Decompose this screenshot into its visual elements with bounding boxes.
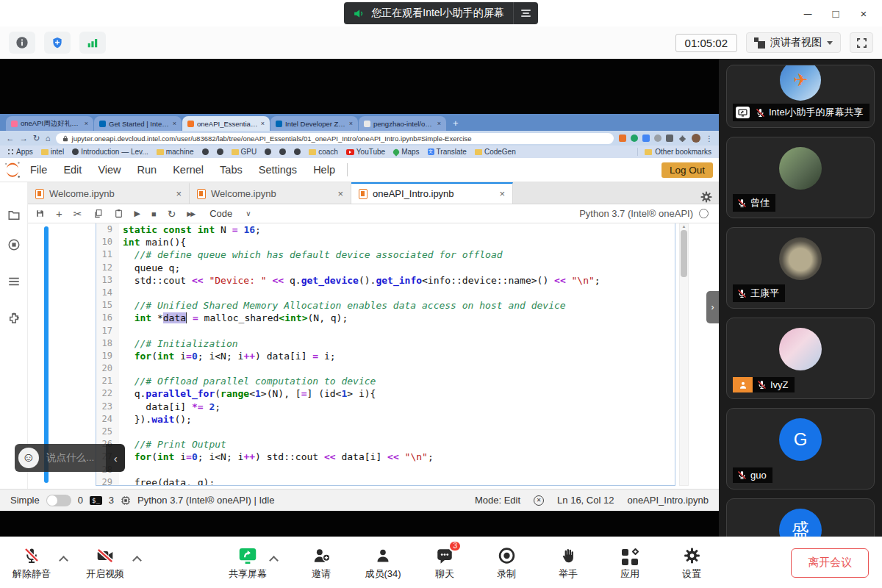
unmute-button[interactable]: 解除静音 xyxy=(12,545,51,581)
maximize-button[interactable]: □ xyxy=(822,2,850,24)
bookmark-item[interactable] xyxy=(294,148,301,155)
participant-tile[interactable]: 盛 xyxy=(726,498,875,537)
extension-icon[interactable] xyxy=(642,135,650,142)
reload-icon[interactable]: ↻ xyxy=(33,133,40,143)
kernel-status-text[interactable]: Python 3.7 (Intel® oneAPI) | Idle xyxy=(137,495,274,506)
share-options-chevron[interactable] xyxy=(269,554,278,563)
view-mode-dropdown[interactable]: 演讲者视图 xyxy=(746,32,841,53)
browser-tab[interactable]: Get Started | Intel® DevCloud× xyxy=(94,116,182,131)
bookmark-item[interactable] xyxy=(202,148,209,155)
start-video-button[interactable]: 开启视频 xyxy=(85,545,125,581)
cut-icon[interactable]: ✂ xyxy=(74,208,82,220)
emoji-icon[interactable]: ☺ xyxy=(18,448,39,468)
tab-close-icon[interactable]: × xyxy=(437,120,441,127)
files-icon[interactable] xyxy=(7,209,21,222)
cursor-position[interactable]: Ln 16, Col 12 xyxy=(557,495,614,506)
participant-tile[interactable]: 曾佳 xyxy=(726,137,875,218)
tab-close-icon[interactable]: × xyxy=(176,188,182,199)
menu-edit[interactable]: Edit xyxy=(55,164,90,176)
commands-icon[interactable] xyxy=(7,275,21,288)
browser-tab[interactable]: pengzhao-intel/oneAPI_course× xyxy=(359,116,446,131)
bookmark-item[interactable]: Apps xyxy=(7,148,33,156)
extension-icon[interactable] xyxy=(654,135,662,142)
menu-tabs[interactable]: Tabs xyxy=(212,164,251,176)
tab-close-icon[interactable]: × xyxy=(85,120,88,127)
banner-menu-button[interactable] xyxy=(513,2,538,24)
chat-input[interactable]: ☺ 说点什么... xyxy=(15,444,106,472)
home-icon[interactable]: ⌂ xyxy=(46,134,51,143)
tab-close-icon[interactable]: × xyxy=(261,120,265,127)
bookmark-item[interactable]: Introduction — Lev... xyxy=(72,148,148,156)
logout-button[interactable]: Log Out xyxy=(662,162,713,178)
bookmark-item[interactable] xyxy=(265,148,271,155)
menu-help[interactable]: Help xyxy=(305,164,343,176)
restart-run-all-icon[interactable]: ▶▶ xyxy=(187,210,194,218)
restart-icon[interactable]: ↻ xyxy=(168,208,176,220)
bookmark-item[interactable]: machine xyxy=(157,148,194,156)
tab-close-icon[interactable]: × xyxy=(349,120,353,127)
property-inspector-gear-icon[interactable] xyxy=(700,190,713,204)
simple-mode-toggle[interactable] xyxy=(46,495,71,506)
bookmark-item[interactable]: coach xyxy=(309,148,338,156)
tab-close-icon[interactable]: × xyxy=(337,188,343,199)
share-screen-button[interactable]: 共享屏幕 xyxy=(228,545,268,581)
bookmark-item[interactable] xyxy=(217,148,223,155)
extension-icon[interactable] xyxy=(666,135,673,142)
scrollbar-thumb[interactable] xyxy=(681,230,687,277)
bookmark-item[interactable]: intel xyxy=(41,148,64,156)
browser-menu-icon[interactable]: ⋮ xyxy=(706,135,713,143)
back-icon[interactable]: ← xyxy=(6,134,15,143)
browser-avatar[interactable] xyxy=(692,134,700,143)
menu-kernel[interactable]: Kernel xyxy=(165,164,212,176)
tab-close-icon[interactable]: × xyxy=(499,188,505,199)
tab-close-icon[interactable]: × xyxy=(173,120,176,127)
raise-hand-button[interactable]: 举手 xyxy=(548,545,588,581)
bookmark-item[interactable] xyxy=(279,148,286,155)
url-field[interactable]: jupyter.oneapi.devcloud.intel.com/user/u… xyxy=(56,133,614,144)
settings-button[interactable]: 设置 xyxy=(672,545,711,581)
copy-icon[interactable] xyxy=(93,209,103,218)
bookmark-item[interactable]: CodeGen xyxy=(475,148,516,156)
notebook-tab[interactable]: Welcome.ipynb× xyxy=(190,182,351,204)
video-options-chevron[interactable] xyxy=(132,554,141,563)
extension-icon[interactable] xyxy=(619,135,626,142)
browser-tab[interactable]: Intel Developer Zone× xyxy=(270,116,358,131)
forward-icon[interactable]: → xyxy=(20,134,29,143)
notebook-tab[interactable]: oneAPI_Intro.ipynb× xyxy=(351,182,513,204)
mic-options-chevron[interactable] xyxy=(59,554,68,563)
bookmark-item[interactable]: YouTube xyxy=(346,148,385,156)
puzzle-icon[interactable] xyxy=(678,135,686,143)
chat-button[interactable]: 3 聊天 xyxy=(425,545,465,581)
panel-expand-chevron[interactable]: › xyxy=(706,291,719,323)
paste-icon[interactable] xyxy=(114,209,123,218)
participant-tile[interactable]: 王康平 xyxy=(726,227,875,309)
browser-tab[interactable]: oneAPI周边好礼：券卡1介绍_哔× xyxy=(6,116,93,131)
leave-meeting-button[interactable]: 离开会议 xyxy=(791,548,869,578)
code-cell[interactable]: 9static const int N = 16;10int main(){11… xyxy=(96,223,675,486)
menu-settings[interactable]: Settings xyxy=(251,164,305,176)
invite-button[interactable]: 邀请 xyxy=(301,545,341,581)
participant-tile[interactable]: ✈Intel小助手的屏幕共享 xyxy=(726,65,875,128)
browser-tab[interactable]: oneAPI_Essentials (3) - JupyterLab× xyxy=(182,116,270,131)
bookmark-item[interactable]: Maps xyxy=(393,148,419,156)
editor-scrollbar[interactable]: ▲ xyxy=(679,223,689,486)
menu-view[interactable]: View xyxy=(90,164,129,176)
kernel-indicator[interactable]: Python 3.7 (Intel® oneAPI) xyxy=(579,208,711,219)
fullscreen-button[interactable] xyxy=(850,32,873,53)
bookmark-item[interactable]: GPU xyxy=(232,148,257,156)
extensions-icon[interactable] xyxy=(7,312,21,325)
chat-collapse-button[interactable]: ‹ xyxy=(106,444,125,472)
stop-icon[interactable]: ■ xyxy=(151,209,157,218)
bookmark-item[interactable]: 文Translate xyxy=(428,148,467,156)
close-button[interactable]: × xyxy=(850,2,878,24)
network-stats-button[interactable] xyxy=(79,32,106,54)
run-icon[interactable]: ▶ xyxy=(135,209,140,218)
members-button[interactable]: 成员(34) xyxy=(363,545,403,581)
record-button[interactable]: 录制 xyxy=(487,545,526,581)
notebook-tab[interactable]: Welcome.ipynb× xyxy=(28,182,190,204)
menu-file[interactable]: File xyxy=(22,164,55,176)
meeting-info-button[interactable] xyxy=(9,32,35,54)
other-bookmarks[interactable]: Other bookmarks xyxy=(637,148,711,156)
new-tab-button[interactable]: + xyxy=(453,118,459,129)
minimize-button[interactable]: ─ xyxy=(794,2,822,24)
